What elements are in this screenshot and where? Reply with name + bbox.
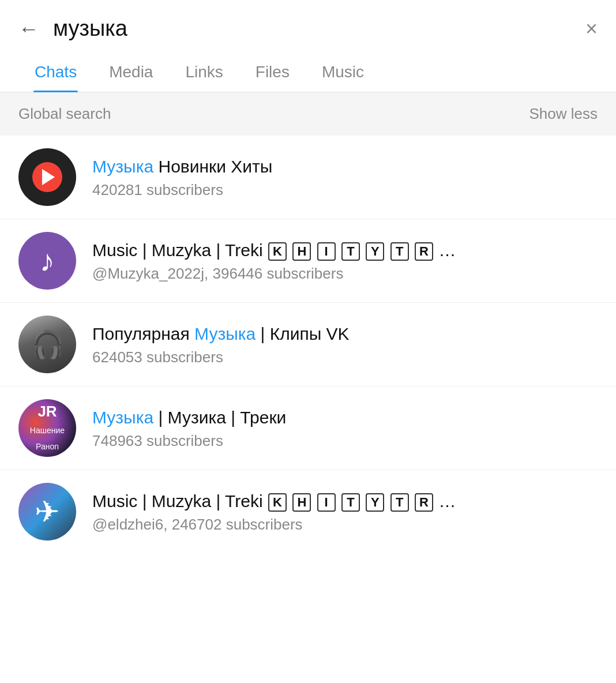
jr-text: JRНашeние Ранon — [18, 403, 76, 453]
result-title: Популярная Музыка | Клипы VK — [92, 322, 598, 345]
close-button[interactable]: × — [585, 17, 598, 41]
result-title: Music | Muzyka | Treki K H I T Y T R … — [92, 490, 598, 512]
result-subtitle: 748963 subscribers — [92, 432, 598, 450]
play-triangle-icon — [42, 169, 55, 185]
play-icon — [32, 162, 62, 192]
result-subtitle: 420281 subscribers — [92, 181, 598, 199]
avatar-inner: 🎧 — [18, 316, 76, 373]
avatar: JRНашeние Ранon — [18, 399, 76, 457]
avatar: 🎧 — [18, 316, 76, 373]
global-search-label: Global search — [18, 105, 111, 123]
title-highlight: Музыка — [92, 408, 153, 427]
boxed-y: Y — [366, 242, 384, 261]
music-note-icon: ♪ — [40, 243, 55, 278]
result-content: Популярная Музыка | Клипы VK 624053 subs… — [92, 322, 598, 366]
result-item[interactable]: JRНашeние Ранon Музыка | Музика | Треки … — [0, 386, 616, 470]
boxed-r: R — [415, 242, 433, 261]
tab-music[interactable]: Music — [306, 52, 380, 92]
global-search-bar: Global search Show less — [0, 92, 616, 136]
title-text: Новинки Хиты — [158, 157, 272, 176]
result-subtitle: @eldzhei6, 246702 subscribers — [92, 516, 598, 534]
title-ellipsis: … — [438, 491, 456, 511]
result-item[interactable]: Музыка Новинки Хиты 420281 subscribers — [0, 136, 616, 219]
title-text: | Музика | Треки — [158, 408, 286, 427]
search-query-text: музыка — [53, 16, 585, 41]
tab-files[interactable]: Files — [239, 52, 306, 92]
title-text: Music | Muzyka | Treki — [92, 241, 268, 260]
avatar: ✈ — [18, 483, 76, 541]
results-list: Музыка Новинки Хиты 420281 subscribers ♪… — [0, 136, 616, 553]
avatar-inner: JRНашeние Ранon — [18, 399, 76, 457]
result-item[interactable]: ♪ Music | Muzyka | Treki K H I T Y T R …… — [0, 219, 616, 303]
boxed-i: I — [317, 242, 336, 261]
boxed-t2: T — [390, 242, 409, 261]
boxed-k: K — [268, 242, 287, 261]
tab-links[interactable]: Links — [169, 52, 239, 92]
result-content: Music | Muzyka | Treki K H I T Y T R … @… — [92, 490, 598, 534]
title-ellipsis: … — [438, 241, 456, 260]
title-text2: | Клипы VK — [261, 324, 350, 343]
result-content: Музыка | Музика | Треки 748963 subscribe… — [92, 406, 598, 450]
result-subtitle: @Muzyka_2022j, 396446 subscribers — [92, 265, 598, 283]
boxed-r: R — [415, 493, 433, 512]
result-content: Music | Muzyka | Treki K H I T Y T R … @… — [92, 239, 598, 283]
title-highlight: Музыка — [194, 324, 256, 343]
result-item[interactable]: 🎧 Популярная Музыка | Клипы VK 624053 su… — [0, 303, 616, 386]
boxed-t: T — [341, 242, 360, 261]
result-title: Music | Muzyka | Treki K H I T Y T R … — [92, 239, 598, 261]
title-text: Music | Muzyka | Treki — [92, 491, 268, 511]
tab-chats[interactable]: Chats — [18, 52, 93, 92]
boxed-t: T — [341, 493, 360, 512]
tab-media[interactable]: Media — [93, 52, 169, 92]
avatar — [18, 148, 76, 206]
boxed-i: I — [317, 493, 336, 512]
header: ← музыка × — [0, 0, 616, 52]
boxed-h: H — [292, 493, 311, 512]
headphone-icon: 🎧 — [31, 329, 64, 360]
result-subtitle: 624053 subscribers — [92, 348, 598, 366]
boxed-k: K — [268, 493, 287, 512]
result-title: Музыка | Музика | Треки — [92, 406, 598, 429]
title-highlight: Музыка — [92, 157, 153, 176]
result-item[interactable]: ✈ Music | Muzyka | Treki K H I T Y T R …… — [0, 470, 616, 553]
tabs-bar: Chats Media Links Files Music — [0, 52, 616, 92]
result-content: Музыка Новинки Хиты 420281 subscribers — [92, 155, 598, 199]
telegram-icon: ✈ — [18, 483, 76, 541]
boxed-y: Y — [366, 493, 384, 512]
boxed-t2: T — [390, 493, 409, 512]
result-title: Музыка Новинки Хиты — [92, 155, 598, 178]
boxed-h: H — [292, 242, 311, 261]
back-button[interactable]: ← — [18, 18, 39, 39]
title-text: Популярная — [92, 324, 194, 343]
avatar: ♪ — [18, 232, 76, 290]
show-less-button[interactable]: Show less — [529, 105, 598, 123]
